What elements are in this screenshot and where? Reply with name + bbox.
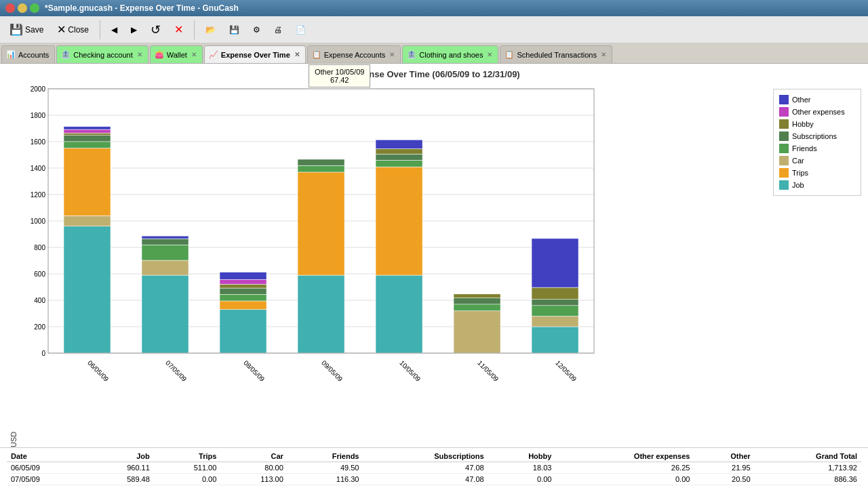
tab-bar: 📊 Accounts 🏦 Checking account ✕👛 Wallet … — [0, 43, 868, 64]
back-button[interactable]: ◀ — [106, 22, 123, 37]
data-table: DateJobTripsCarFriendsSubscriptionsHobby… — [0, 447, 868, 488]
tab-clothing[interactable]: 🏦 Clothing and shoes ✕ — [402, 45, 498, 63]
refresh-button[interactable]: ↺ — [145, 20, 166, 40]
window-controls — [5, 3, 39, 13]
chart-legend: Other Other expenses Hobby Subscriptions… — [773, 89, 861, 196]
col-header-other: Other — [694, 451, 754, 462]
legend-label: Hobby — [792, 120, 814, 128]
svg-rect-64 — [532, 306, 578, 317]
save-button[interactable]: 💾 Save — [4, 20, 49, 39]
svg-rect-47 — [298, 165, 344, 172]
tab-close-checking[interactable]: ✕ — [137, 51, 142, 58]
legend-label: Friends — [792, 144, 817, 152]
svg-text:400: 400 — [34, 297, 45, 304]
open-button[interactable]: 📂 — [200, 22, 221, 37]
toolbar-separator-2 — [194, 20, 195, 39]
svg-text:1400: 1400 — [31, 165, 46, 172]
close-icon: ✕ — [57, 23, 66, 36]
refresh-icon: ↺ — [151, 22, 161, 37]
prefs-button[interactable]: ⚙ — [248, 22, 266, 37]
save2-button[interactable]: 💾 — [224, 22, 245, 37]
tab-close-wallet[interactable]: ✕ — [191, 51, 197, 58]
pdf-button[interactable]: 📄 — [290, 22, 311, 37]
table-cell: 80.00 — [220, 462, 288, 474]
svg-rect-38 — [220, 301, 267, 310]
legend-item-subscriptions: Subscriptions — [779, 131, 855, 141]
toolbar-separator — [100, 20, 100, 39]
legend-color — [779, 95, 789, 104]
y-axis-label: USD — [7, 68, 18, 447]
svg-rect-28 — [64, 129, 111, 133]
legend-item-friends: Friends — [779, 144, 855, 153]
table-cell: 113.00 — [220, 474, 288, 485]
tab-expense-over-time[interactable]: 📈 Expense Over Time ✕ — [204, 45, 306, 63]
tab-label-wallet: Wallet — [167, 51, 187, 59]
svg-rect-53 — [376, 154, 422, 160]
stop-button[interactable]: ✕ — [169, 20, 189, 39]
svg-text:10/05/09: 10/05/09 — [398, 359, 422, 384]
svg-text:06/05/09: 06/05/09 — [86, 359, 111, 384]
svg-text:800: 800 — [34, 244, 45, 251]
tab-expense-accounts[interactable]: 📋 Expense Accounts ✕ — [307, 45, 401, 63]
svg-rect-35 — [142, 236, 189, 239]
back-icon: ◀ — [111, 25, 117, 35]
svg-text:1600: 1600 — [31, 138, 46, 146]
tab-icon-checking: 🏦 — [61, 50, 71, 59]
table-cell: 0.00 — [488, 474, 556, 485]
svg-rect-27 — [64, 133, 111, 136]
legend-item-other-expenses: Other expenses — [779, 107, 855, 117]
table-cell: 07/05/09 — [7, 474, 87, 485]
legend-color — [779, 180, 789, 190]
table-cell: 47.08 — [363, 462, 488, 474]
tab-wallet[interactable]: 👛 Wallet ✕ — [150, 45, 203, 63]
tab-icon-accounts: 📊 — [6, 50, 16, 59]
svg-rect-63 — [532, 316, 578, 327]
col-header-date: Date — [7, 451, 87, 462]
tab-close-scheduled[interactable]: ✕ — [601, 51, 606, 58]
col-header-car: Car — [220, 451, 288, 462]
print-button[interactable]: 🖨 — [269, 22, 288, 37]
tab-accounts[interactable]: 📊 Accounts — [1, 45, 55, 63]
svg-rect-43 — [220, 272, 267, 280]
tab-close-clothing[interactable]: ✕ — [487, 51, 492, 58]
svg-rect-67 — [532, 239, 578, 287]
svg-rect-46 — [298, 172, 344, 275]
svg-text:2000: 2000 — [31, 85, 46, 93]
window-min-btn[interactable] — [18, 3, 27, 13]
title-bar: *Sample.gnucash - Expense Over Time - Gn… — [0, 0, 868, 16]
svg-rect-29 — [64, 127, 111, 129]
open-icon: 📂 — [205, 25, 216, 35]
svg-rect-48 — [298, 159, 344, 165]
col-header-trips: Trips — [154, 451, 221, 462]
legend-item-car: Car — [779, 156, 855, 165]
legend-color — [779, 107, 789, 117]
chart-title: Expense Over Time (06/05/09 to 12/31/09) — [0, 69, 868, 79]
forward-button[interactable]: ▶ — [125, 22, 142, 37]
table-cell: 0.00 — [555, 474, 694, 485]
close-button[interactable]: ✕ Close — [52, 20, 94, 39]
table-cell: 116.30 — [288, 474, 363, 485]
svg-rect-25 — [64, 142, 111, 148]
main-content: Expense Over Time (06/05/09 to 12/31/09)… — [0, 64, 868, 488]
chart-svg: 020040060080010001200140016001800200006/… — [18, 82, 601, 394]
svg-rect-58 — [454, 304, 500, 311]
svg-rect-51 — [376, 167, 422, 275]
table-cell: 21.95 — [694, 462, 754, 474]
tab-label-scheduled: Scheduled Transactions — [517, 51, 596, 59]
svg-rect-26 — [64, 136, 111, 142]
svg-text:600: 600 — [34, 270, 45, 278]
tab-scheduled[interactable]: 📋 Scheduled Transactions ✕ — [500, 45, 612, 63]
window-max-btn[interactable] — [30, 3, 39, 13]
legend-color — [779, 131, 789, 141]
col-header-hobby: Hobby — [488, 451, 556, 462]
legend-item-hobby: Hobby — [779, 119, 855, 129]
legend-label: Other — [792, 96, 811, 104]
tab-label-expense-over-time: Expense Over Time — [221, 51, 290, 59]
chart-with-legend: USD 020040060080010001200140016001800200… — [7, 82, 861, 447]
tab-checking[interactable]: 🏦 Checking account ✕ — [56, 45, 148, 63]
window-close-btn[interactable] — [5, 3, 15, 13]
col-header-subscriptions: Subscriptions — [363, 451, 488, 462]
legend-color — [779, 156, 789, 165]
tab-close-expense-accounts[interactable]: ✕ — [389, 51, 395, 58]
tab-close-expense-over-time[interactable]: ✕ — [294, 51, 300, 58]
